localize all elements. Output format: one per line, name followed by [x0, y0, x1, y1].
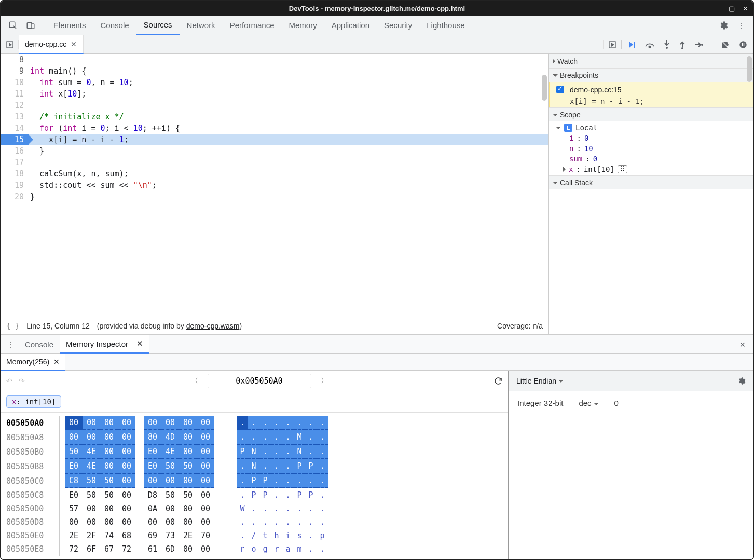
window-minimize-icon[interactable]: —	[715, 5, 722, 12]
value-base-select[interactable]: dec	[579, 399, 598, 407]
memory-toolbar: ↶ ↷ 〈 〉	[1, 371, 508, 391]
step-into-icon[interactable]	[663, 40, 670, 49]
scope-var[interactable]: i: 0	[552, 133, 750, 143]
code-line[interactable]: 18 calcSum(x, n, sum);	[1, 168, 548, 180]
resume-sidebar-toggle-icon[interactable]	[603, 40, 622, 49]
panel-tab-console[interactable]: Console	[93, 16, 136, 35]
memory-row[interactable]: 005050E8726F6772616D0000rogram..	[6, 542, 503, 556]
code-line[interactable]: 17	[1, 157, 548, 168]
settings-icon[interactable]	[737, 377, 746, 385]
breakpoint-code: x[i] = n - i - 1;	[554, 95, 749, 105]
scope-var[interactable]: n: 10	[552, 143, 750, 154]
scope-local[interactable]: LLocal	[552, 122, 750, 133]
resume-icon[interactable]	[627, 40, 636, 49]
scrollbar[interactable]	[542, 75, 547, 101]
close-icon[interactable]: ✕	[71, 40, 77, 48]
kebab-menu-icon[interactable]: ⋮	[732, 16, 750, 35]
code-line[interactable]: 19 std::cout << sum << "\n";	[1, 180, 548, 191]
settings-icon[interactable]	[715, 16, 732, 35]
svg-rect-12	[744, 43, 745, 46]
code-line[interactable]: 8	[1, 54, 548, 65]
breakpoint-checkbox[interactable]	[556, 86, 564, 93]
breakpoints-section-header[interactable]: Breakpoints	[549, 69, 753, 82]
code-line[interactable]: 13 /* initialize x */	[1, 111, 548, 122]
next-page-icon[interactable]: 〉	[321, 376, 328, 386]
scope-var[interactable]: x: int[10] ⠿	[552, 164, 750, 174]
close-icon[interactable]: ✕	[53, 358, 60, 366]
memory-row[interactable]: 005050D80000000000000000........	[6, 515, 503, 529]
coverage-status: Coverage: n/a	[497, 322, 543, 330]
step-over-icon[interactable]	[645, 40, 655, 49]
step-icon[interactable]	[694, 41, 704, 48]
pause-exceptions-icon[interactable]	[738, 40, 748, 49]
panel-tab-performance[interactable]: Performance	[223, 16, 282, 35]
memory-row[interactable]: 005050E02E2F746869732E70./this.p	[6, 529, 503, 542]
code-line[interactable]: 11 int x[10];	[1, 88, 548, 100]
code-editor[interactable]: 89int main() {10 int sum = 0, n = 10;11 …	[1, 54, 548, 317]
panel-tab-elements[interactable]: Elements	[46, 16, 93, 35]
memory-buffer-tab[interactable]: Memory(256) ✕	[1, 354, 65, 371]
code-line[interactable]: 12	[1, 100, 548, 111]
code-line[interactable]: 10 int sum = 0, n = 10;	[1, 77, 548, 88]
code-line[interactable]: 15 x[i] = n - i - 1;	[1, 134, 548, 145]
memory-row[interactable]: 005050B0504E0000E04E0000PN...N..	[6, 445, 503, 459]
redo-icon[interactable]: ↷	[19, 377, 25, 385]
step-out-icon[interactable]	[679, 40, 686, 49]
svg-point-9	[701, 44, 703, 46]
drawer-close-icon[interactable]: ✕	[735, 340, 750, 349]
inspect-icon[interactable]	[4, 16, 22, 35]
callstack-section-header[interactable]: Call Stack	[549, 176, 753, 189]
undo-icon[interactable]: ↶	[6, 377, 12, 385]
pretty-print-icon[interactable]: { }	[6, 322, 19, 330]
window-close-icon[interactable]: ✕	[742, 5, 749, 12]
drawer: ⋮ ConsoleMemory Inspector✕ ✕ Memory(256)…	[1, 334, 753, 559]
kebab-menu-icon[interactable]: ⋮	[4, 340, 18, 349]
endianness-select[interactable]: Little Endian	[516, 377, 564, 385]
code-line[interactable]: 16 }	[1, 145, 548, 157]
navigator-toggle-icon[interactable]	[1, 40, 19, 49]
breakpoint-location: demo-cpp.cc:15	[570, 86, 622, 94]
memory-row[interactable]: 005050C0C850500000000000.PP.....	[6, 474, 503, 488]
panel-tab-lighthouse[interactable]: Lighthouse	[419, 16, 472, 35]
memory-address-input[interactable]	[208, 374, 311, 388]
close-icon[interactable]: ✕	[136, 339, 143, 348]
watch-section-header[interactable]: Watch	[549, 54, 753, 68]
window-maximize-icon[interactable]: ▢	[728, 5, 735, 12]
panel-tab-sources[interactable]: Sources	[136, 16, 180, 35]
code-line[interactable]: 9int main() {	[1, 65, 548, 77]
refresh-icon[interactable]	[493, 376, 503, 386]
panel-tabbar: ElementsConsoleSourcesNetworkPerformance…	[1, 16, 753, 35]
panel-tab-application[interactable]: Application	[324, 16, 377, 35]
scope-section-header[interactable]: Scope	[549, 108, 753, 121]
memory-row[interactable]: 005050A00000000000000000........	[6, 416, 503, 430]
device-toggle-icon[interactable]	[22, 16, 39, 35]
scrollbar[interactable]	[747, 56, 752, 82]
svg-point-7	[666, 47, 668, 49]
code-line[interactable]: 14 for (int i = 0; i < 10; ++i) {	[1, 122, 548, 134]
scope-var[interactable]: sum: 0	[552, 154, 750, 164]
debugger-sidebar: Watch Breakpoints demo-cpp.cc:15 x[i] = …	[549, 54, 753, 334]
memory-row[interactable]: 005050C8E0505000D8505000.PP..PP.	[6, 488, 503, 502]
reveal-in-memory-icon[interactable]: ⠿	[618, 165, 627, 173]
editor-status-bar: { } Line 15, Column 12 (provided via deb…	[1, 317, 548, 334]
panel-tab-memory[interactable]: Memory	[282, 16, 324, 35]
svg-rect-5	[634, 42, 635, 48]
source-file-tab[interactable]: demo-cpp.cc ✕	[19, 35, 84, 54]
code-line[interactable]: 20}	[1, 191, 548, 202]
local-badge-icon: L	[564, 124, 572, 132]
drawer-tab-console[interactable]: Console	[19, 335, 60, 354]
value-interpreter-row: Integer 32-bit dec 0	[509, 391, 753, 415]
memory-row[interactable]: 005050A800000000804D0000.....M..	[6, 430, 503, 445]
panel-tab-network[interactable]: Network	[180, 16, 223, 35]
source-map-link[interactable]: demo-cpp.wasm	[186, 322, 240, 330]
breakpoint-item[interactable]: demo-cpp.cc:15 x[i] = n - i - 1;	[549, 82, 753, 107]
memory-row[interactable]: 005050D0570000000A000000W.......	[6, 502, 503, 515]
drawer-tab-memory-inspector[interactable]: Memory Inspector✕	[60, 335, 149, 354]
debugger-controls	[622, 35, 753, 53]
panel-tab-security[interactable]: Security	[377, 16, 419, 35]
prev-page-icon[interactable]: 〈	[191, 376, 198, 386]
memory-row[interactable]: 005050B8E04E0000E0505000.N...PP.	[6, 459, 503, 474]
memory-highlight-chip[interactable]: x: int[10]	[6, 395, 61, 408]
deactivate-breakpoints-icon[interactable]	[721, 40, 730, 49]
memory-hex-view[interactable]: 005050A00000000000000000........005050A8…	[1, 413, 508, 559]
